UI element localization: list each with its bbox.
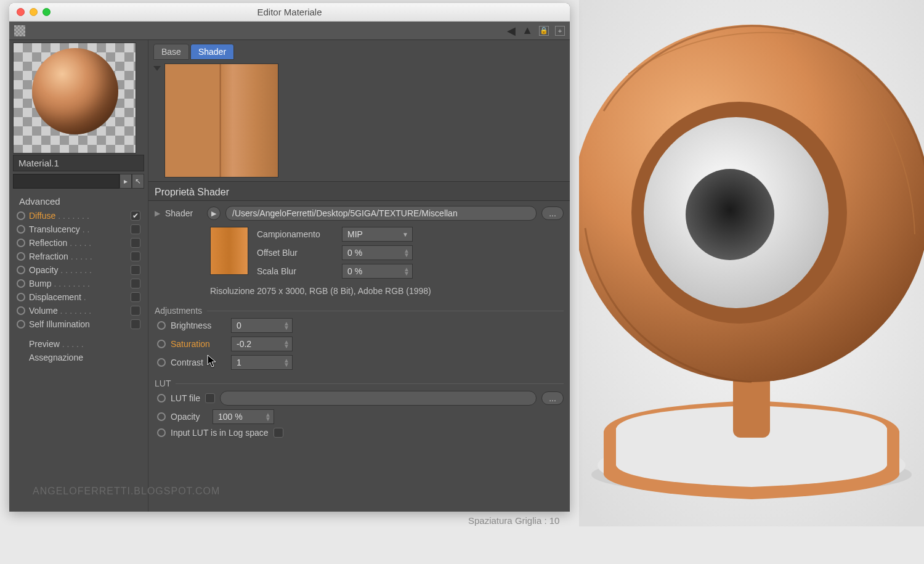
material-editor-window: Editor Materiale ◀ ▲ 🔒 + Material.1 ▸ ↖ …: [9, 3, 570, 512]
search-dropdown-button[interactable]: ▸: [120, 174, 132, 189]
brightness-field[interactable]: 0▲▼: [231, 318, 293, 333]
advanced-header[interactable]: Advanced: [13, 194, 144, 209]
sampling-dropdown[interactable]: MIP▼: [342, 227, 413, 242]
tab-base[interactable]: Base: [153, 44, 189, 60]
lut-file-path[interactable]: [220, 391, 537, 406]
translucency-checkbox[interactable]: [131, 224, 140, 234]
lut-group-label: LUT: [155, 378, 171, 388]
search-cursor-button[interactable]: ↖: [132, 174, 144, 189]
reflection-checkbox[interactable]: [131, 238, 140, 248]
grid-spacing-hint: Spaziatura Griglia : 10: [468, 515, 559, 526]
main-panel: Base Shader Proprietà Shader ▶ Shader ▶ …: [148, 40, 570, 512]
self-illumination-checkbox[interactable]: [131, 319, 140, 329]
channel-refraction[interactable]: Refraction . . . . .: [13, 250, 144, 263]
window-title: Editor Materiale: [9, 7, 570, 17]
section-title: Proprietà Shader: [148, 181, 570, 201]
refraction-checkbox[interactable]: [131, 251, 140, 261]
svg-point-7: [686, 169, 774, 260]
brightness-row: Brightness 0▲▼: [155, 318, 564, 333]
lut-opacity-field[interactable]: 100 %▲▼: [213, 409, 274, 424]
shader-thumbnail[interactable]: [210, 227, 248, 275]
bump-checkbox[interactable]: [131, 279, 140, 288]
shader-browse-button[interactable]: ...: [541, 206, 564, 220]
tab-shader[interactable]: Shader: [190, 44, 234, 60]
channel-bump[interactable]: Bump . . . . . . . .: [13, 277, 144, 290]
channel-translucency[interactable]: Translucency . .: [13, 223, 144, 236]
adjustments-group-label: Adjustments: [155, 306, 202, 316]
titlebar: Editor Materiale: [9, 3, 570, 22]
lut-file-checkbox[interactable]: [205, 393, 215, 403]
preview-sphere: [32, 48, 118, 134]
resolution-info: Risoluzione 2075 x 3000, RGB (8 Bit), Ad…: [155, 282, 564, 301]
lut-logspace-radio[interactable]: [157, 428, 166, 437]
channel-reflection[interactable]: Reflection . . . . .: [13, 236, 144, 250]
opacity-checkbox[interactable]: [131, 265, 140, 275]
lut-browse-button[interactable]: ...: [541, 391, 564, 405]
saturation-row: Saturation -0.2▲▼: [155, 337, 564, 351]
nav-back-icon[interactable]: ◀: [507, 24, 516, 38]
saturation-field[interactable]: -0.2▲▼: [231, 337, 293, 351]
sampling-label: Campionamento: [257, 229, 337, 239]
texture-preview[interactable]: [164, 63, 278, 178]
cursor-icon: [207, 354, 218, 369]
texture-grid-icon[interactable]: [14, 25, 25, 36]
sidebar-assignment[interactable]: Assegnazione: [13, 351, 144, 364]
lut-opacity-radio[interactable]: [157, 412, 166, 421]
sidebar-preview[interactable]: Preview . . . . .: [13, 337, 144, 351]
shader-label: Shader: [165, 208, 202, 218]
sidebar: Material.1 ▸ ↖ Advanced Diffuse . . . . …: [9, 40, 148, 512]
channel-opacity[interactable]: Opacity . . . . . . .: [13, 263, 144, 277]
material-preview[interactable]: [13, 43, 136, 153]
saturation-radio[interactable]: [157, 340, 166, 348]
contrast-radio[interactable]: [157, 358, 166, 367]
scale-blur-label: Scala Blur: [257, 266, 337, 276]
watermark: ANGELOFERRETTI.BLOGSPOT.COM: [33, 486, 220, 497]
material-name-field[interactable]: Material.1: [13, 155, 144, 171]
channel-diffuse[interactable]: Diffuse . . . . . . . ✔: [13, 209, 144, 223]
nav-up-icon[interactable]: ▲: [522, 24, 533, 37]
brightness-radio[interactable]: [157, 321, 166, 330]
shader-path-field[interactable]: /Users/AngeloFerretti/Desktop/5GIGA/TEXT…: [225, 206, 537, 221]
channel-volume[interactable]: Volume . . . . . . .: [13, 304, 144, 317]
lut-file-radio[interactable]: [157, 394, 166, 403]
lock-icon[interactable]: 🔒: [539, 26, 549, 36]
add-icon[interactable]: +: [555, 26, 565, 36]
volume-checkbox[interactable]: [131, 306, 140, 316]
diffuse-checkbox[interactable]: ✔: [131, 211, 140, 221]
channel-self-illumination[interactable]: Self Illumination: [13, 317, 144, 331]
search-input[interactable]: [13, 174, 120, 189]
shader-menu-button[interactable]: ▶: [207, 206, 221, 220]
displacement-checkbox[interactable]: [131, 292, 140, 302]
scale-blur-field[interactable]: 0 %▲▼: [342, 264, 413, 279]
channel-displacement[interactable]: Displacement .: [13, 290, 144, 304]
collapse-toggle-icon[interactable]: [153, 66, 161, 71]
contrast-field[interactable]: 1▲▼: [231, 355, 293, 370]
shader-expand-icon[interactable]: ▶: [155, 209, 160, 218]
offset-blur-field[interactable]: 0 %▲▼: [342, 245, 413, 260]
lut-logspace-checkbox[interactable]: [274, 428, 283, 438]
toolbar: ◀ ▲ 🔒 +: [9, 22, 570, 40]
render-preview: [579, 0, 924, 526]
offset-blur-label: Offset Blur: [257, 248, 337, 258]
